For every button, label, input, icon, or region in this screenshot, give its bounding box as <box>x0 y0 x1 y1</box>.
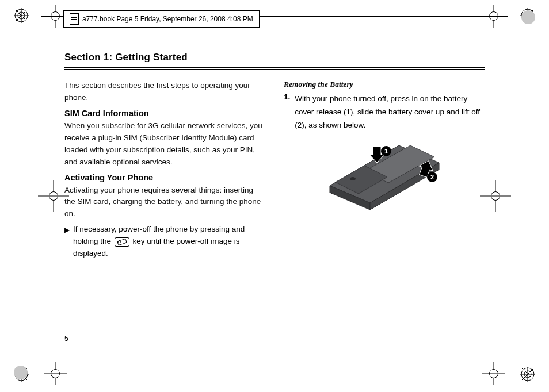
end-call-key-icon <box>115 237 129 247</box>
sim-text: When you subscribe for 3G cellular netwo… <box>64 120 265 168</box>
bullet-item: ▶ If necessary, power-off the phone by p… <box>64 224 265 260</box>
registration-mark-icon <box>520 367 535 382</box>
page-body: Section 1: Getting Started This section … <box>64 52 485 340</box>
page-number: 5 <box>64 335 68 343</box>
section-title: Section 1: Getting Started <box>64 52 485 63</box>
heading-removing-battery: Removing the Battery <box>284 80 485 89</box>
triangle-bullet-icon: ▶ <box>64 224 70 236</box>
step-1: 1. With your phone turned off, press in … <box>284 93 485 132</box>
right-column: Removing the Battery 1. With your phone … <box>284 80 485 260</box>
intro-text: This section describes the first steps t… <box>64 80 265 104</box>
figure-callout-2: 2 <box>430 174 433 180</box>
figure-callout-1: 1 <box>384 148 387 155</box>
header-slug: a777.book Page 5 Friday, September 26, 2… <box>63 10 260 28</box>
heading-sim: SIM Card Information <box>64 109 265 118</box>
section-rule <box>64 67 485 68</box>
step-text: With your phone turned off, press in on … <box>295 93 485 132</box>
registration-mark-icon <box>14 8 29 23</box>
heading-activating: Activating Your Phone <box>64 173 265 182</box>
step-number: 1. <box>284 93 290 132</box>
gray-circle-icon <box>14 366 28 379</box>
crop-crosshair-icon <box>482 362 505 385</box>
document-icon <box>70 13 79 25</box>
section-rule <box>64 69 485 70</box>
bullet-text: If necessary, power-off the phone by pre… <box>73 224 265 260</box>
phone-battery-illustration: 1 2 <box>318 137 451 223</box>
gray-circle-icon <box>521 10 535 24</box>
svg-point-29 <box>350 177 356 180</box>
header-slug-text: a777.book Page 5 Friday, September 26, 2… <box>82 15 253 23</box>
left-column: This section describes the first steps t… <box>64 80 265 260</box>
crop-crosshair-icon <box>480 180 511 212</box>
activating-text: Activating your phone requires several t… <box>64 185 265 221</box>
crop-crosshair-icon <box>44 362 67 385</box>
figure-remove-battery: 1 2 <box>284 137 485 223</box>
